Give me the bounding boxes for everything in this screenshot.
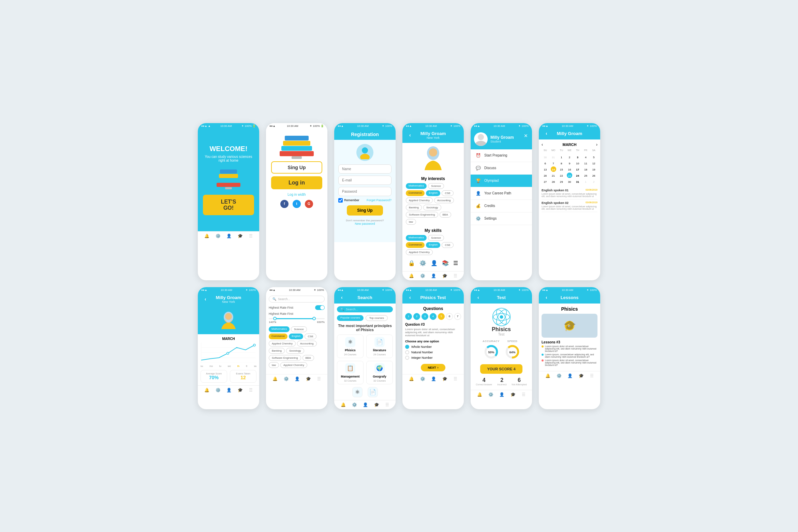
person-icon[interactable]: 👤 xyxy=(431,260,438,266)
ftag-accounting[interactable]: Accounting xyxy=(297,341,317,346)
chart-back-arrow[interactable]: ‹ xyxy=(205,296,206,302)
grad-icon-7[interactable]: 🎓 xyxy=(238,388,243,393)
menu-career[interactable]: 👤 Your Careee Path xyxy=(471,187,532,200)
qnum-5[interactable]: 5 xyxy=(438,313,445,320)
close-icon[interactable]: ✕ xyxy=(524,133,528,138)
menu-start-preparing[interactable]: ⏰ Start Preparing xyxy=(471,149,532,162)
tag-accounting[interactable]: Accounting xyxy=(434,197,454,203)
cal-day-29[interactable]: 28 xyxy=(551,179,556,184)
cal-day-22[interactable]: 21 xyxy=(551,173,556,178)
radio-2[interactable] xyxy=(405,350,409,354)
cal-day-21[interactable]: 20 xyxy=(543,173,548,178)
user-icon-12[interactable]: 👤 xyxy=(567,373,573,378)
qnum-7[interactable]: 7 xyxy=(454,313,461,320)
menu-icon-9[interactable]: ☰ xyxy=(385,402,389,407)
qnum-6[interactable]: 6 xyxy=(446,313,453,320)
cal-day-20[interactable]: 19 xyxy=(591,166,596,172)
tag-english[interactable]: English xyxy=(426,190,440,196)
grad-icon-4[interactable]: 🎓 xyxy=(442,274,447,278)
course-physics[interactable]: ⚛ Phisics 24 Courses xyxy=(337,335,364,358)
cal-day-9[interactable]: 8 xyxy=(559,160,564,166)
cal-day-18[interactable]: 17 xyxy=(575,166,580,172)
ftag-applied[interactable]: Applied Chemitry xyxy=(269,341,296,346)
tag-cse[interactable]: CSE xyxy=(442,190,453,196)
settings-icon[interactable]: ⚙️ xyxy=(419,260,426,266)
search-box-8[interactable]: 🔍 Search... xyxy=(269,296,325,302)
gear-icon-8[interactable]: ⚙️ xyxy=(284,376,289,381)
ftag-science[interactable]: Science xyxy=(291,326,307,332)
cal-day-2[interactable]: 1 xyxy=(559,154,564,160)
grad-icon-10[interactable]: 🎓 xyxy=(442,376,447,381)
bell-icon-9[interactable]: 🔔 xyxy=(341,402,346,407)
cal-day-34[interactable]: 2 xyxy=(591,179,596,184)
grad-icon[interactable]: 🎓 xyxy=(238,234,243,238)
tag-commerce[interactable]: Commerce xyxy=(406,190,425,196)
cal-back-arrow[interactable]: ‹ xyxy=(546,131,547,136)
skill-chemistry[interactable]: Applied Chemitry xyxy=(406,249,433,255)
result-back[interactable]: ‹ xyxy=(477,295,479,300)
cal-next[interactable]: › xyxy=(596,142,597,147)
bell-icon-8[interactable]: 🔔 xyxy=(272,376,278,381)
cal-day-8[interactable]: 7 xyxy=(551,160,556,166)
test-q-back[interactable]: ‹ xyxy=(409,295,411,300)
option-3[interactable]: Integer Number xyxy=(405,356,461,360)
ftag-mathematics[interactable]: Mathematics xyxy=(269,326,290,332)
user-icon[interactable]: 👤 xyxy=(226,234,232,238)
menu-icon-11[interactable]: ☰ xyxy=(522,392,526,397)
cal-day-15[interactable]: 14 xyxy=(551,166,556,172)
menu-olympiad[interactable]: 🏆 Olympiad xyxy=(471,175,532,187)
ftag-english[interactable]: English xyxy=(289,334,303,339)
user-icon-4[interactable]: 👤 xyxy=(431,274,436,278)
radio-1[interactable] xyxy=(405,345,409,349)
bell-icon[interactable]: 🔔 xyxy=(204,234,209,238)
bell-icon-11[interactable]: 🔔 xyxy=(477,392,482,397)
ftag-banking[interactable]: Banking xyxy=(269,348,285,354)
cal-day-11[interactable]: 10 xyxy=(575,160,580,166)
ftag-sociology[interactable]: Sociology xyxy=(286,348,304,354)
cal-day-31[interactable]: 30 xyxy=(567,179,572,184)
cal-day-32[interactable]: 31 xyxy=(575,179,580,184)
bell-icon-10[interactable]: 🔔 xyxy=(409,376,414,381)
qnum-2[interactable]: 2 xyxy=(413,313,420,320)
lets-go-button[interactable]: LET'S GO! xyxy=(203,195,254,215)
cal-day-26[interactable]: 25 xyxy=(583,173,588,178)
cal-day-28[interactable]: 27 xyxy=(543,179,548,184)
range-handle-right[interactable] xyxy=(312,317,316,320)
gear-icon-4[interactable]: ⚙️ xyxy=(420,274,425,278)
cal-day-23[interactable]: 22 xyxy=(559,173,564,178)
tag-mathematics[interactable]: Mathematics xyxy=(406,183,427,189)
signup-button[interactable]: Sing Up xyxy=(271,161,322,174)
menu-icon-7[interactable]: ☰ xyxy=(249,388,253,393)
reg-signup-button[interactable]: Sing Up xyxy=(347,205,383,216)
remember-checkbox[interactable] xyxy=(338,198,343,203)
cal-day-13[interactable]: 12 xyxy=(591,160,596,166)
user-icon-9[interactable]: 👤 xyxy=(363,402,368,407)
user-icon-10[interactable]: 👤 xyxy=(431,376,436,381)
name-input[interactable] xyxy=(338,164,391,174)
email-input[interactable] xyxy=(338,176,391,185)
user-icon-11[interactable]: 👤 xyxy=(499,392,504,397)
book-icon[interactable]: 📚 xyxy=(442,260,449,266)
cal-day-24[interactable]: 23 xyxy=(567,173,572,178)
lock-icon[interactable]: 🔒 xyxy=(408,260,415,266)
skill-science[interactable]: Science xyxy=(428,235,444,241)
gear-icon[interactable]: ⚙️ xyxy=(216,234,221,238)
skill-english[interactable]: English xyxy=(426,242,440,248)
facebook-icon[interactable]: f xyxy=(280,200,289,208)
gear-icon-7[interactable]: ⚙️ xyxy=(216,388,221,393)
skill-cse[interactable]: CSE xyxy=(442,242,453,248)
cal-day-14[interactable]: 13 xyxy=(543,166,548,172)
qnum-1[interactable]: 1 xyxy=(405,313,412,320)
cal-day-17[interactable]: 16 xyxy=(567,166,572,172)
forget-link[interactable]: Forget Password? xyxy=(367,198,391,202)
gear-icon-10[interactable]: ⚙️ xyxy=(420,376,425,381)
bell-icon-4[interactable]: 🔔 xyxy=(409,274,414,278)
tag-banking[interactable]: Banking xyxy=(406,205,422,210)
tag-law[interactable]: law xyxy=(406,219,416,225)
grad-icon-8[interactable]: 🎓 xyxy=(306,376,311,381)
ftag-bba[interactable]: BBA xyxy=(302,355,314,361)
range-handle-left[interactable] xyxy=(273,317,277,320)
password-input[interactable] xyxy=(338,187,391,196)
ftag-applied2[interactable]: Applied Chemitry xyxy=(280,362,307,368)
menu-icon-10[interactable]: ☰ xyxy=(454,376,457,381)
